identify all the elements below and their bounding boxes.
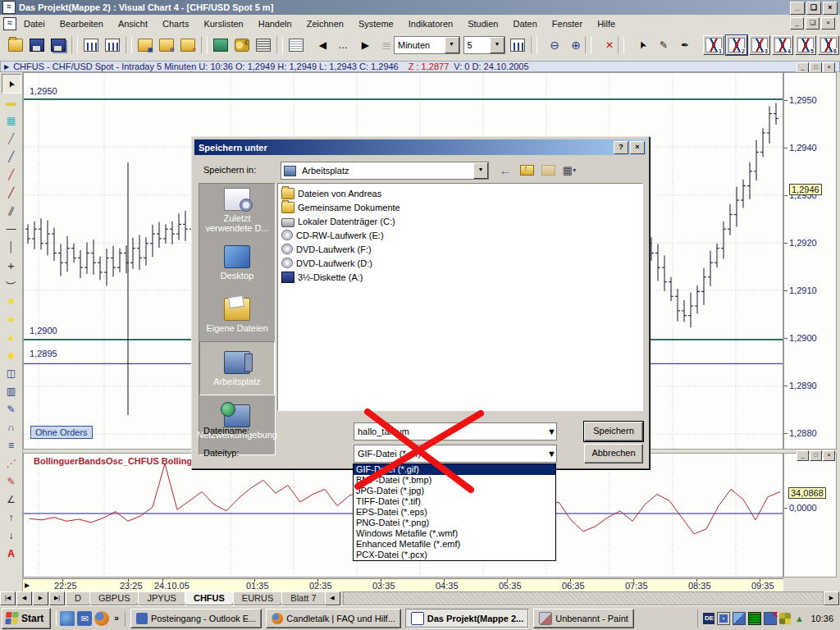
drawing-tool-button[interactable]: — — [2, 220, 21, 238]
drawing-tool-button[interactable]: ▲ — [2, 328, 21, 346]
places-bar-item[interactable]: Netzwerkumgebung — [199, 395, 275, 448]
taskbar-task-button[interactable]: Posteingang - Outlook E... — [130, 609, 262, 628]
drawing-tool-button[interactable]: ≡ — [2, 436, 21, 454]
toolbar-button[interactable]: ⊖ — [541, 35, 560, 55]
save-button[interactable]: Speichern — [584, 422, 643, 441]
menu-item[interactable]: Hilfe — [590, 16, 623, 31]
tab-scrollbar[interactable] — [343, 591, 824, 605]
network-disconnected-icon[interactable] — [764, 612, 777, 625]
cancel-button[interactable]: Abbrechen — [584, 444, 643, 463]
toolbar-button[interactable] — [211, 35, 231, 55]
file-list-item[interactable]: DVD-Laufwerk (D:) — [278, 256, 642, 270]
filename-input[interactable]: hallo_tantum ▼ — [354, 422, 557, 441]
filetype-option[interactable]: Enhanced Metafile (*.emf) — [354, 539, 555, 550]
places-bar-item[interactable]: Zuletzt verwendete D... — [199, 184, 275, 236]
chevron-down-icon[interactable]: ▼ — [547, 449, 556, 459]
drawing-tool-button[interactable]: ╱ — [2, 184, 21, 202]
display-tray-icon[interactable] — [717, 612, 730, 625]
menu-item[interactable]: Fenster — [545, 16, 590, 31]
drawing-tool-button[interactable]: ∥ — [2, 202, 21, 220]
drawing-tool-button[interactable]: ▬ — [2, 94, 21, 112]
back-button[interactable]: ← — [497, 162, 514, 177]
drawing-tool-button[interactable]: ) — [2, 274, 21, 292]
toolbar-button[interactable] — [126, 36, 132, 54]
tab-nav-button[interactable]: ▶ — [33, 591, 48, 605]
chevron-down-icon[interactable]: ▼ — [490, 37, 504, 53]
file-list-item[interactable]: DVD-Laufwerk (F:) — [278, 242, 642, 256]
filetype-option[interactable]: BMP-Datei (*.bmp) — [354, 475, 555, 486]
internet-explorer-icon[interactable] — [60, 611, 75, 626]
start-button[interactable]: Start — [2, 608, 51, 629]
tab-nav-button[interactable]: ◀ — [16, 591, 32, 605]
toolbar-button[interactable] — [201, 36, 208, 54]
toolbar-button[interactable] — [157, 35, 176, 55]
dialog-title-bar[interactable]: Speichern unter ? × — [194, 139, 646, 155]
view-menu-button[interactable]: ▦▾ — [561, 162, 578, 177]
toolbar-button[interactable]: ✎ — [649, 35, 669, 55]
file-list-item[interactable]: 3½-Diskette (A:) — [278, 270, 642, 284]
menu-item[interactable]: Kurslisten — [196, 16, 250, 31]
chart-preset-button[interactable]: 5 — [795, 35, 816, 55]
sheet-tab[interactable]: CHFUS — [185, 591, 234, 605]
toolbar-button[interactable]: ➤ — [628, 35, 647, 55]
drawing-tool-button[interactable]: ✎ — [2, 472, 21, 491]
sheet-tab[interactable]: Blatt 7 — [281, 591, 325, 605]
toolbar-button[interactable]: ⊕ — [562, 35, 582, 55]
menu-item[interactable]: Datei — [16, 16, 52, 31]
pane-close-button[interactable]: × — [823, 450, 835, 461]
filetype-option[interactable]: PCX-Datei (*.pcx) — [354, 550, 555, 560]
filetype-option[interactable]: GIF-Datei (*.gif) — [354, 464, 555, 475]
toolbar-button[interactable] — [585, 36, 591, 54]
drawing-tool-button[interactable]: ╱ — [2, 166, 21, 184]
drawing-tool-button[interactable]: A — [2, 545, 21, 563]
menu-item[interactable]: Bearbeiten — [52, 16, 111, 31]
toolbar-button[interactable]: ◀ — [308, 35, 327, 55]
taskbar-task-button[interactable]: Unbenannt - Paint — [533, 609, 634, 628]
drawing-tool-button[interactable]: ✎ — [2, 400, 21, 418]
menu-item[interactable]: Zeichnen — [299, 16, 351, 31]
toolbar-button[interactable] — [531, 36, 537, 54]
filetype-option[interactable]: PNG-Datei (*.png) — [354, 518, 555, 528]
filetype-combobox[interactable]: GIF-Datei (*.gif) ▼ — [354, 445, 557, 463]
price-axis[interactable]: 1,29501,29401,29301,29201,29101,29001,28… — [783, 72, 837, 450]
menu-item[interactable]: Indikatoren — [401, 16, 460, 31]
close-button[interactable]: × — [823, 2, 838, 15]
volume-tray-icon[interactable] — [748, 612, 761, 625]
drawing-tool-button[interactable]: ↓ — [2, 527, 21, 545]
chart-preset-button[interactable]: 3 — [749, 35, 770, 55]
menu-item[interactable]: Handeln — [251, 16, 299, 31]
toolbar-button[interactable]: ✕ — [595, 35, 614, 55]
drawing-tool-button[interactable]: ∩ — [2, 418, 21, 436]
taskbar-task-button[interactable]: Candletalk | FAQ und Hilf... — [266, 609, 400, 628]
places-bar-item[interactable]: Desktop — [199, 236, 275, 289]
toolbar-button[interactable] — [508, 35, 527, 55]
places-bar-item[interactable]: Arbeitsplatz — [199, 341, 275, 395]
toolbar-button[interactable] — [276, 36, 283, 54]
indicator-axis[interactable]: 34,0868 0,0000 — [783, 453, 837, 578]
chart-preset-button[interactable]: 1 — [703, 35, 724, 55]
time-axis-play-icon[interactable]: ▶ — [25, 582, 30, 589]
period-type-combobox[interactable]: Minuten ▼ — [394, 36, 460, 54]
drawing-tool-button[interactable]: ■ — [2, 292, 21, 310]
drawing-tool-button[interactable]: ◫ — [2, 364, 21, 382]
toolbar-button[interactable] — [81, 35, 101, 55]
sheet-tab[interactable]: EURUS — [233, 591, 283, 605]
firefox-icon[interactable] — [94, 611, 109, 626]
chart-preset-button[interactable]: 4 — [772, 35, 793, 55]
toolbar-button[interactable] — [253, 35, 273, 55]
toolbar-button[interactable]: ✒ — [670, 35, 690, 55]
up-one-level-button[interactable]: ↑ — [518, 162, 535, 177]
drawing-tool-button[interactable]: ⋰ — [2, 454, 21, 472]
pane-restore-button[interactable]: □ — [810, 450, 822, 461]
file-list-item[interactable]: Lokaler Datenträger (C:) — [278, 214, 642, 228]
quick-launch-overflow-chevron[interactable]: » — [114, 614, 119, 623]
new-folder-button[interactable] — [540, 162, 556, 177]
mdi-minimize-button[interactable]: _ — [790, 17, 804, 30]
drawing-tool-button[interactable]: ▦ — [2, 112, 21, 130]
language-indicator[interactable]: DE — [703, 613, 714, 624]
drawing-tool-button[interactable]: + — [2, 256, 21, 274]
tab-scroll-left-button[interactable]: ◀ — [325, 591, 340, 605]
toolbar-button[interactable] — [286, 35, 306, 55]
restore-button[interactable]: ❏ — [806, 2, 821, 15]
mdi-close-button[interactable]: × — [821, 17, 835, 30]
